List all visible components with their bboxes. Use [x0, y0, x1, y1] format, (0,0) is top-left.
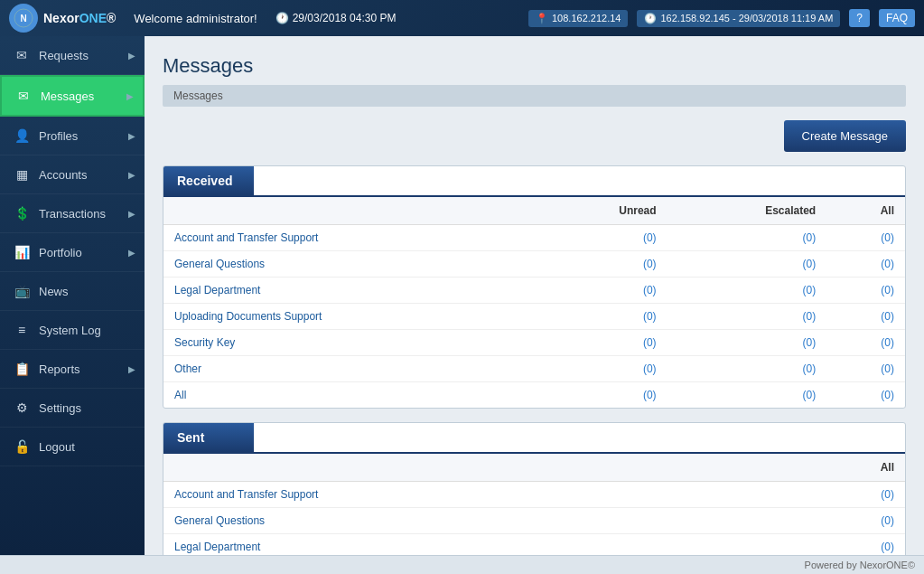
- received-section: Received Unread Escalated All Account an…: [163, 165, 906, 409]
- pin-icon: 📍: [536, 13, 548, 24]
- row-escalated[interactable]: (0): [667, 251, 827, 278]
- messages-icon: ✉: [15, 88, 32, 104]
- sidebar-label-news: News: [39, 285, 69, 298]
- row-name[interactable]: Security Key: [163, 330, 537, 356]
- row-unread[interactable]: (0): [537, 251, 667, 278]
- sent-heading: Sent: [163, 423, 254, 452]
- sidebar-label-reports: Reports: [39, 362, 80, 376]
- arrow-icon: ▶: [126, 91, 134, 101]
- sidebar-item-systemlog[interactable]: ≡ System Log: [0, 311, 145, 350]
- row-all[interactable]: (0): [777, 508, 905, 534]
- logo: N NexorONE®: [9, 4, 116, 33]
- arrow-icon: ▶: [128, 170, 135, 180]
- row-name[interactable]: Account and Transfer Support: [163, 482, 777, 508]
- col-name: [163, 197, 537, 225]
- logout-icon: 🔓: [14, 438, 30, 455]
- row-all[interactable]: (0): [777, 534, 905, 556]
- row-escalated[interactable]: (0): [667, 356, 827, 382]
- row-all[interactable]: (0): [777, 482, 905, 508]
- profiles-icon: 👤: [14, 127, 30, 144]
- arrow-icon: ▶: [128, 364, 135, 374]
- sidebar-item-requests[interactable]: ✉ Requests ▶: [0, 36, 145, 75]
- row-escalated[interactable]: (0): [667, 278, 827, 304]
- row-all[interactable]: (0): [826, 382, 905, 409]
- col-all: All: [826, 197, 905, 225]
- logo-icon: N: [9, 4, 38, 33]
- portfolio-icon: 📊: [14, 244, 30, 260]
- table-row: General Questions (0) (0) (0): [163, 251, 905, 278]
- page-title: Messages: [163, 54, 906, 78]
- sidebar-label-transactions: Transactions: [39, 207, 106, 221]
- row-unread[interactable]: (0): [537, 382, 667, 409]
- row-unread[interactable]: (0): [537, 304, 667, 330]
- sent-col-all: All: [777, 454, 905, 482]
- clock-icon: 🕐: [275, 12, 289, 24]
- row-escalated[interactable]: (0): [667, 382, 827, 409]
- content-area: Messages Messages Create Message Receive…: [145, 36, 924, 555]
- row-name[interactable]: General Questions: [163, 508, 777, 534]
- table-row: Other (0) (0) (0): [163, 356, 905, 382]
- sent-tbody: Account and Transfer Support (0) General…: [163, 482, 905, 556]
- row-name[interactable]: Account and Transfer Support: [163, 225, 537, 251]
- received-tbody: Account and Transfer Support (0) (0) (0)…: [163, 225, 905, 409]
- sent-header-row: Sent: [163, 423, 905, 454]
- row-escalated[interactable]: (0): [667, 330, 827, 356]
- toolbar: Create Message: [163, 120, 906, 152]
- sidebar-label-messages: Messages: [41, 89, 94, 103]
- sidebar-item-portfolio[interactable]: 📊 Portfolio ▶: [0, 233, 145, 272]
- col-escalated: Escalated: [667, 197, 827, 225]
- svg-text:N: N: [20, 14, 26, 24]
- arrow-icon: ▶: [128, 248, 135, 258]
- row-all[interactable]: (0): [826, 356, 905, 382]
- sent-section: Sent All Account and Transfer Support (0…: [163, 422, 906, 555]
- sent-thead: All: [163, 454, 905, 482]
- header-ip: 📍 108.162.212.14: [528, 10, 628, 27]
- sidebar-label-logout: Logout: [39, 440, 75, 454]
- systemlog-icon: ≡: [14, 322, 30, 338]
- row-all[interactable]: (0): [826, 330, 905, 356]
- col-unread: Unread: [537, 197, 667, 225]
- row-escalated[interactable]: (0): [667, 304, 827, 330]
- sidebar-item-transactions[interactable]: 💲 Transactions ▶: [0, 194, 145, 233]
- faq-button[interactable]: FAQ: [879, 9, 915, 27]
- header-welcome: Welcome administrator!: [134, 12, 257, 25]
- sidebar-item-accounts[interactable]: ▦ Accounts ▶: [0, 155, 145, 194]
- sidebar-item-news[interactable]: 📺 News: [0, 272, 145, 311]
- header-session: 🕐 162.158.92.145 - 29/03/2018 11:19 AM: [637, 10, 840, 27]
- table-row: Account and Transfer Support (0): [163, 482, 905, 508]
- row-all[interactable]: (0): [826, 225, 905, 251]
- table-row: Legal Department (0) (0) (0): [163, 278, 905, 304]
- sidebar-label-accounts: Accounts: [39, 168, 87, 182]
- help-button[interactable]: ?: [849, 9, 870, 27]
- table-row: All (0) (0) (0): [163, 382, 905, 409]
- row-all[interactable]: (0): [826, 278, 905, 304]
- clock-icon-2: 🕐: [644, 13, 657, 24]
- row-name[interactable]: Legal Department: [163, 278, 537, 304]
- row-unread[interactable]: (0): [537, 225, 667, 251]
- table-row: Account and Transfer Support (0) (0) (0): [163, 225, 905, 251]
- sidebar-item-settings[interactable]: ⚙ Settings: [0, 389, 145, 428]
- row-unread[interactable]: (0): [537, 278, 667, 304]
- row-unread[interactable]: (0): [537, 356, 667, 382]
- sidebar-item-reports[interactable]: 📋 Reports ▶: [0, 350, 145, 389]
- row-name[interactable]: Legal Department: [163, 534, 777, 556]
- requests-icon: ✉: [14, 47, 30, 63]
- sent-table: All Account and Transfer Support (0) Gen…: [163, 454, 905, 555]
- transactions-icon: 💲: [14, 205, 30, 221]
- row-name[interactable]: General Questions: [163, 251, 537, 278]
- row-name[interactable]: Other: [163, 356, 537, 382]
- row-name[interactable]: All: [163, 382, 537, 409]
- row-name[interactable]: Uploading Documents Support: [163, 304, 537, 330]
- table-row: Uploading Documents Support (0) (0) (0): [163, 304, 905, 330]
- sidebar-item-logout[interactable]: 🔓 Logout: [0, 428, 145, 466]
- sidebar-label-systemlog: System Log: [39, 324, 101, 337]
- row-all[interactable]: (0): [826, 304, 905, 330]
- row-all[interactable]: (0): [826, 251, 905, 278]
- sidebar-item-profiles[interactable]: 👤 Profiles ▶: [0, 117, 145, 155]
- row-escalated[interactable]: (0): [667, 225, 827, 251]
- sidebar-item-messages[interactable]: ✉ Messages ▶: [0, 75, 145, 117]
- row-unread[interactable]: (0): [537, 330, 667, 356]
- create-message-button[interactable]: Create Message: [784, 120, 906, 152]
- arrow-icon: ▶: [128, 51, 135, 61]
- arrow-icon: ▶: [128, 209, 135, 219]
